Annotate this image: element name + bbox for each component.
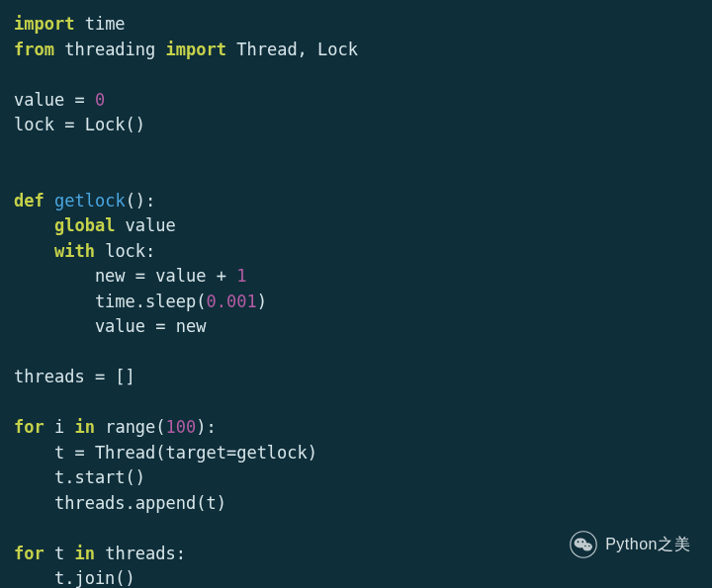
code-token: i <box>44 417 75 437</box>
code-token: time.sleep( <box>14 292 206 311</box>
watermark-text: Python之美 <box>605 533 690 556</box>
code-token: in <box>74 417 94 437</box>
svg-point-2 <box>582 543 592 550</box>
code-token: 0.001 <box>206 292 256 311</box>
code-token: threads: <box>95 544 186 563</box>
code-token: global <box>54 215 115 235</box>
svg-point-3 <box>578 541 579 543</box>
code-token: for <box>14 544 44 563</box>
svg-point-5 <box>584 546 586 547</box>
code-token: from <box>14 40 54 59</box>
code-block: import time from threading import Thread… <box>14 12 698 588</box>
code-token: t.join() <box>14 568 135 588</box>
code-token: threading <box>54 40 166 59</box>
code-token: 100 <box>166 417 197 437</box>
code-token: value = <box>14 90 95 110</box>
code-token: for <box>14 417 44 437</box>
code-token: import <box>166 40 226 59</box>
code-token: getlock <box>54 191 126 210</box>
code-token: new = value + <box>14 266 236 286</box>
code-token: threads.append(t) <box>14 493 226 513</box>
svg-point-6 <box>588 546 590 547</box>
code-token: 1 <box>236 266 246 286</box>
svg-point-4 <box>581 541 583 543</box>
code-token: def <box>14 191 44 210</box>
code-token: value = new <box>14 316 206 336</box>
code-token: value <box>115 215 175 235</box>
code-token: import <box>14 14 74 34</box>
code-token: lock: <box>95 241 155 261</box>
code-token <box>44 191 54 210</box>
wechat-icon <box>570 531 597 558</box>
code-token: (): <box>126 191 156 210</box>
code-token: lock = Lock() <box>14 115 145 134</box>
code-token: range( <box>95 417 166 437</box>
code-token: t = Thread(target=getlock) <box>14 443 317 462</box>
code-token: ) <box>257 292 267 311</box>
code-token <box>14 241 54 261</box>
code-token: time <box>74 14 125 34</box>
watermark: Python之美 <box>570 531 690 558</box>
code-token: t <box>44 544 75 563</box>
code-token: t.start() <box>14 467 145 487</box>
code-token: ): <box>196 417 216 437</box>
code-token: Thread, Lock <box>226 40 358 59</box>
code-token: 0 <box>95 90 105 110</box>
code-token: threads = [] <box>14 367 135 386</box>
code-token: in <box>74 544 94 563</box>
code-token <box>14 215 54 235</box>
code-token: with <box>54 241 95 261</box>
